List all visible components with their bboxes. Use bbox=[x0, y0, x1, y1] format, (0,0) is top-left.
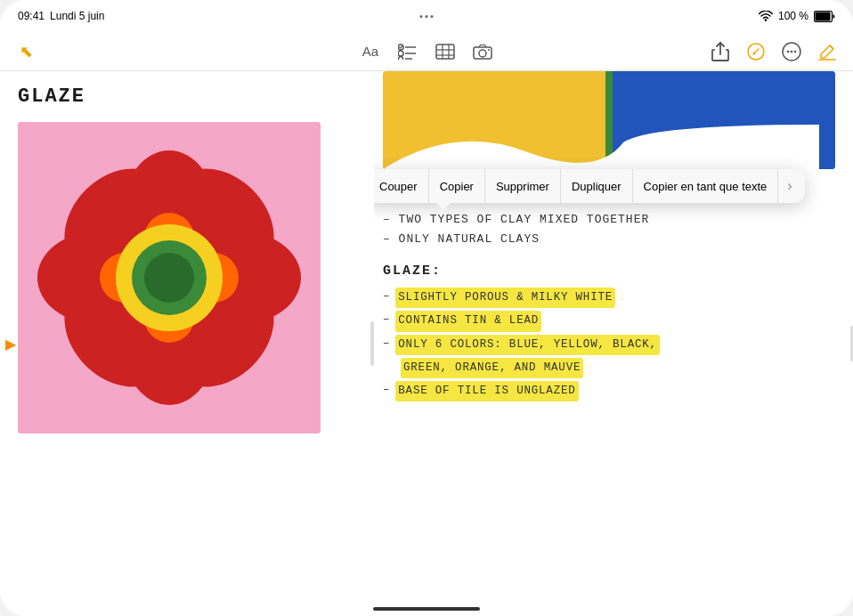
battery-icon bbox=[814, 11, 835, 22]
glaze-text-3b: GREEN, ORANGE, AND MAUVE bbox=[401, 358, 583, 378]
flower-svg bbox=[18, 122, 321, 434]
svg-point-20 bbox=[791, 50, 793, 53]
glaze-text-4: BASE OF TILE IS UNGLAZED bbox=[395, 381, 578, 401]
glaze-text-1: SLIGHTLY POROUS & MILKY WHITE bbox=[395, 288, 615, 308]
status-bar-center bbox=[420, 15, 434, 18]
glaze-item-2: – CONTAINS TIN & LEAD bbox=[383, 311, 835, 331]
compose-button[interactable] bbox=[816, 40, 839, 63]
markup-button[interactable] bbox=[744, 40, 768, 63]
svg-rect-2 bbox=[816, 12, 831, 20]
glaze-heading: GLAZE: bbox=[383, 260, 835, 283]
sidebar-handle[interactable] bbox=[370, 321, 374, 366]
notes-content: CLAY: – TWO TYPES OF CLAY MIXED TOGETHER… bbox=[383, 183, 835, 401]
svg-rect-9 bbox=[436, 45, 454, 59]
clay-item-1: – TWO TYPES OF CLAY MIXED TOGETHER bbox=[383, 210, 835, 230]
context-menu-duplicate[interactable]: Dupliquer bbox=[561, 169, 633, 203]
glaze-dash-3: – bbox=[383, 335, 390, 353]
camera-icon bbox=[473, 44, 492, 60]
svg-point-21 bbox=[794, 50, 797, 53]
markup-icon bbox=[747, 43, 765, 61]
svg-point-38 bbox=[144, 253, 194, 303]
dot-3 bbox=[431, 15, 434, 18]
checklist-button[interactable] bbox=[396, 40, 419, 63]
glaze-item-3: – ONLY 6 COLORS: BLUE, YELLOW, BLACK, bbox=[383, 335, 835, 355]
note-title: GLAZE bbox=[18, 85, 356, 108]
right-panel: Couper Copier Supprimer Dupliquer Copier… bbox=[374, 71, 853, 616]
toolbar-left: ⬉ bbox=[14, 40, 37, 63]
text-style-button[interactable]: Aa bbox=[359, 40, 382, 63]
glaze-text-3: ONLY 6 COLORS: BLUE, YELLOW, BLACK, bbox=[395, 335, 660, 355]
table-icon bbox=[435, 44, 455, 60]
glaze-dash-4: – bbox=[383, 381, 390, 400]
aa-label: Aa bbox=[362, 44, 378, 59]
context-menu-more-arrow[interactable]: › bbox=[778, 169, 800, 203]
glaze-text-2: CONTAINS TIN & LEAD bbox=[395, 311, 541, 331]
table-button[interactable] bbox=[434, 40, 457, 63]
more-button[interactable] bbox=[780, 40, 803, 63]
cursor-icon[interactable]: ⬉ bbox=[14, 40, 37, 63]
flower-illustration bbox=[18, 122, 321, 434]
wifi-icon bbox=[759, 11, 773, 21]
svg-point-5 bbox=[398, 51, 403, 56]
glaze-dash-1: – bbox=[383, 288, 390, 306]
camera-button[interactable] bbox=[471, 40, 494, 63]
strip-curve-svg bbox=[383, 125, 819, 169]
toolbar-right bbox=[709, 40, 839, 63]
svg-point-19 bbox=[787, 50, 790, 53]
context-menu-cut[interactable]: Couper bbox=[374, 169, 429, 203]
glaze-item-1: – SLIGHTLY POROUS & MILKY WHITE bbox=[383, 288, 835, 308]
compose-icon bbox=[818, 43, 836, 61]
glaze-item-4: – BASE OF TILE IS UNGLAZED bbox=[383, 381, 835, 401]
dot-2 bbox=[426, 15, 428, 18]
more-icon bbox=[782, 42, 801, 61]
svg-point-16 bbox=[488, 49, 490, 51]
svg-point-15 bbox=[479, 50, 486, 57]
dot-1 bbox=[420, 15, 423, 18]
glaze-item-3b: GREEN, ORANGE, AND MAUVE bbox=[401, 358, 835, 378]
handwritten-section: CLAY: – TWO TYPES OF CLAY MIXED TOGETHER… bbox=[383, 183, 835, 401]
svg-point-0 bbox=[765, 19, 767, 20]
status-bar: 09:41 Lundi 5 juin 100 % bbox=[0, 0, 853, 32]
share-icon bbox=[711, 42, 729, 61]
svg-point-7 bbox=[399, 56, 403, 60]
glaze-section: GLAZE: – SLIGHTLY POROUS & MILKY WHITE –… bbox=[383, 260, 835, 402]
left-collapse-arrow[interactable]: ▶ bbox=[5, 336, 16, 353]
time-display: 09:41 bbox=[18, 10, 45, 22]
toolbar: ⬉ Aa bbox=[0, 32, 853, 71]
top-image-strip bbox=[383, 71, 835, 169]
ipad-frame: 09:41 Lundi 5 juin 100 % bbox=[0, 0, 853, 616]
home-indicator bbox=[373, 607, 480, 611]
context-menu-copy-as-text[interactable]: Copier en tant que texte bbox=[633, 169, 779, 203]
context-menu[interactable]: Couper Copier Supprimer Dupliquer Copier… bbox=[374, 169, 805, 203]
checklist-icon bbox=[398, 44, 418, 60]
clay-item-2: – ONLY NATURAL CLAYS bbox=[383, 230, 835, 249]
left-panel: ▶ GLAZE bbox=[0, 71, 374, 616]
context-menu-delete[interactable]: Supprimer bbox=[485, 169, 561, 203]
toolbar-center: Aa bbox=[359, 40, 494, 63]
share-button[interactable] bbox=[709, 40, 732, 63]
status-bar-right: 100 % bbox=[759, 10, 835, 22]
battery-percent: 100 % bbox=[778, 10, 808, 22]
context-menu-copy[interactable]: Copier bbox=[429, 169, 485, 203]
status-bar-left: 09:41 Lundi 5 juin bbox=[18, 10, 104, 22]
date-display: Lundi 5 juin bbox=[50, 10, 104, 22]
glaze-dash-2: – bbox=[383, 311, 390, 329]
main-content: ▶ GLAZE bbox=[0, 71, 853, 616]
